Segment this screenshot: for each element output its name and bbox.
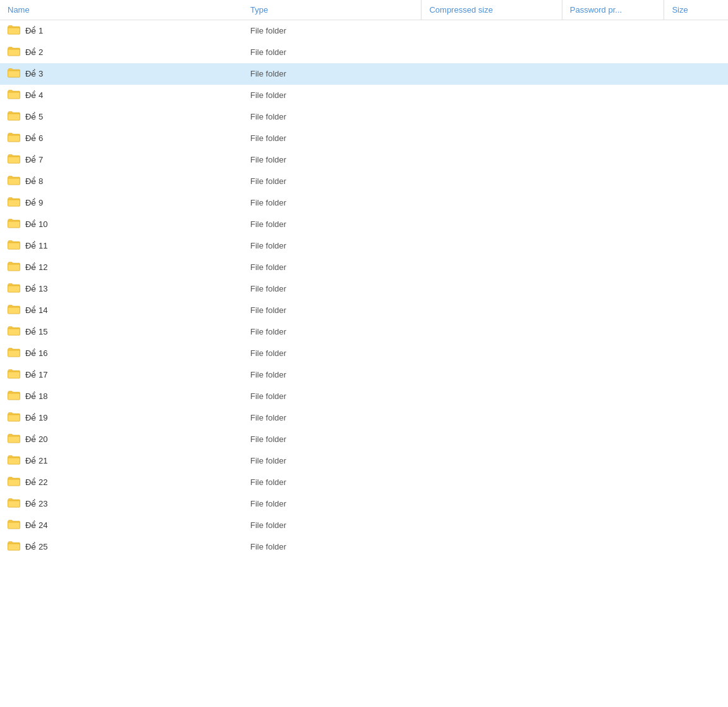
file-name-cell: Đề 8 [0,171,243,192]
table-row[interactable]: Đề 21File folder [0,450,728,472]
table-row[interactable]: Đề 25File folder [0,536,728,558]
file-type-cell: File folder [243,343,422,364]
compressed-size-cell [422,472,562,493]
table-row[interactable]: Đề 16File folder [0,343,728,364]
folder-icon [8,240,20,252]
size-cell [664,300,728,321]
folder-icon [8,498,20,510]
table-row[interactable]: Đề 5File folder [0,106,728,128]
size-cell [664,343,728,364]
file-name-cell: Đề 17 [0,364,243,386]
file-name-cell: Đề 3 [0,63,243,85]
folder-icon [8,261,20,273]
password-protected-cell [562,214,664,235]
col-header-password-protected[interactable]: Password pr... [562,0,664,20]
table-row[interactable]: Đề 22File folder [0,472,728,493]
table-row[interactable]: Đề 13File folder [0,278,728,300]
size-cell [664,257,728,278]
table-row[interactable]: Đề 8File folder [0,171,728,192]
size-cell [664,493,728,515]
file-name-text: Đề 5 [25,112,43,121]
password-protected-cell [562,450,664,472]
col-header-size[interactable]: Size [664,0,728,20]
table-row[interactable]: Đề 18File folder [0,386,728,407]
compressed-size-cell [422,149,562,171]
folder-icon [8,455,20,467]
table-row[interactable]: Đề 12File folder [0,257,728,278]
file-name-text: Đề 10 [25,219,47,229]
size-cell [664,149,728,171]
file-name-cell: Đề 6 [0,128,243,149]
size-cell [664,278,728,300]
password-protected-cell [562,321,664,343]
col-header-name[interactable]: Name [0,0,243,20]
file-type-cell: File folder [243,42,422,63]
table-row[interactable]: Đề 4File folder [0,85,728,106]
column-header-row: Name Type Compressed size Password pr...… [0,0,728,20]
file-name-cell: Đề 25 [0,536,243,558]
size-cell [664,128,728,149]
col-header-type[interactable]: Type [243,0,422,20]
table-row[interactable]: Đề 11File folder [0,235,728,257]
compressed-size-cell [422,20,562,42]
table-row[interactable]: Đề 6File folder [0,128,728,149]
file-name-cell: Đề 12 [0,257,243,278]
compressed-size-cell [422,257,562,278]
table-row[interactable]: Đề 1File folder [0,20,728,42]
size-cell [664,472,728,493]
password-protected-cell [562,257,664,278]
file-type-cell: File folder [243,450,422,472]
file-name-cell: Đề 7 [0,149,243,171]
file-name-text: Đề 16 [25,348,47,358]
file-type-cell: File folder [243,536,422,558]
table-row[interactable]: Đề 23File folder [0,493,728,515]
file-name-cell: Đề 24 [0,515,243,536]
folder-icon [8,25,20,37]
file-name-text: Đề 11 [25,241,47,250]
file-type-cell: File folder [243,192,422,214]
table-row[interactable]: Đề 7File folder [0,149,728,171]
file-type-cell: File folder [243,321,422,343]
table-row[interactable]: Đề 20File folder [0,429,728,450]
size-cell [664,106,728,128]
password-protected-cell [562,493,664,515]
file-name-text: Đề 4 [25,90,43,100]
password-protected-cell [562,63,664,85]
table-row[interactable]: Đề 3File folder [0,63,728,85]
file-type-cell: File folder [243,214,422,235]
file-type-cell: File folder [243,300,422,321]
file-type-cell: File folder [243,235,422,257]
password-protected-cell [562,171,664,192]
table-row[interactable]: Đề 2File folder [0,42,728,63]
table-row[interactable]: Đề 24File folder [0,515,728,536]
table-row[interactable]: Đề 17File folder [0,364,728,386]
table-row[interactable]: Đề 10File folder [0,214,728,235]
password-protected-cell [562,429,664,450]
password-protected-cell [562,278,664,300]
file-name-text: Đề 18 [25,391,47,401]
compressed-size-cell [422,278,562,300]
table-row[interactable]: Đề 15File folder [0,321,728,343]
col-header-compressed-size[interactable]: Compressed size [422,0,562,20]
table-row[interactable]: Đề 19File folder [0,407,728,429]
size-cell [664,192,728,214]
folder-icon [8,89,20,101]
file-list-body: Đề 1File folder Đề 2File folder Đề 3File… [0,20,728,558]
compressed-size-cell [422,192,562,214]
folder-icon [8,197,20,209]
file-name-text: Đề 15 [25,327,47,336]
file-type-cell: File folder [243,128,422,149]
file-name-cell: Đề 23 [0,493,243,515]
folder-icon [8,433,20,445]
size-cell [664,63,728,85]
compressed-size-cell [422,450,562,472]
folder-icon [8,46,20,58]
password-protected-cell [562,343,664,364]
table-row[interactable]: Đề 9File folder [0,192,728,214]
table-row[interactable]: Đề 14File folder [0,300,728,321]
size-cell [664,42,728,63]
compressed-size-cell [422,493,562,515]
size-cell [664,20,728,42]
compressed-size-cell [422,235,562,257]
file-name-text: Đề 17 [25,370,47,379]
